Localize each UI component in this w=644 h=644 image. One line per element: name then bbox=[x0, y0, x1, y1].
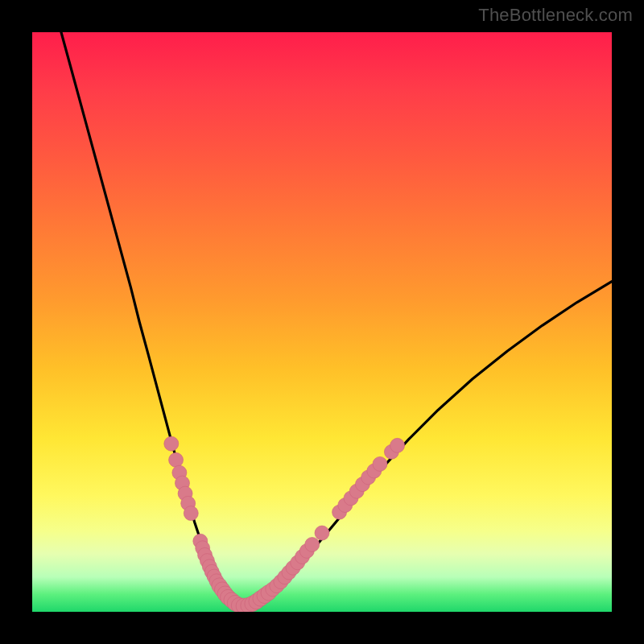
curve-marker bbox=[305, 537, 320, 551]
curve-marker bbox=[315, 526, 329, 540]
curve-markers bbox=[164, 436, 405, 612]
curve-marker bbox=[169, 452, 184, 467]
curve-path bbox=[61, 32, 612, 606]
curve-marker bbox=[184, 506, 198, 521]
bottleneck-curve bbox=[61, 32, 612, 606]
curve-marker bbox=[373, 456, 387, 471]
chart-frame: TheBottleneck.com bbox=[0, 0, 644, 644]
watermark-text: TheBottleneck.com bbox=[478, 5, 633, 26]
curve-marker bbox=[390, 438, 405, 452]
chart-svg bbox=[32, 32, 612, 612]
plot-area bbox=[32, 32, 612, 612]
curve-marker bbox=[164, 436, 179, 451]
